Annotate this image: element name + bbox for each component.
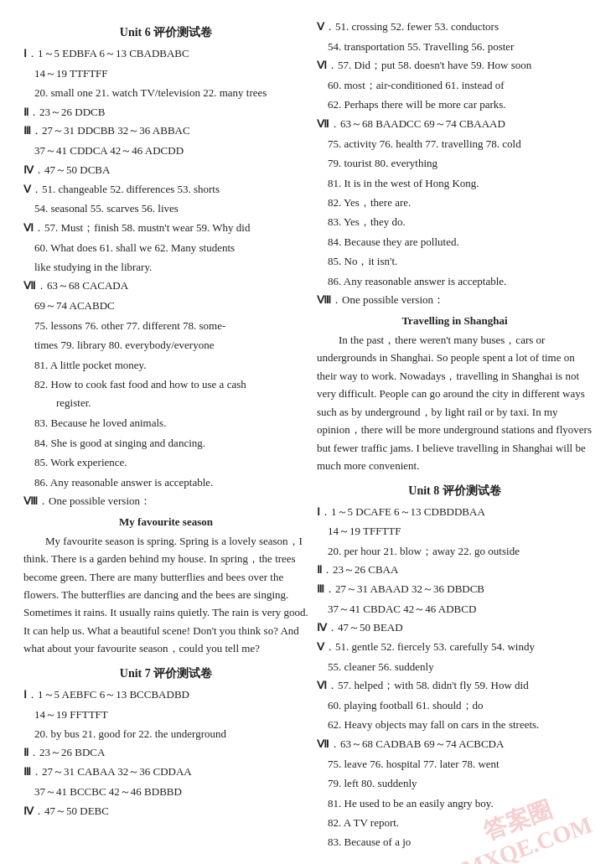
unit6-sec2: Ⅱ．23～26 DDCB (23, 104, 308, 122)
unit6-sec3-l2: 37～41 CDDCA 42～46 ADCDD (23, 142, 308, 159)
r-unit7-sec7-l2: 75. activity 76. health 77. travelling 7… (317, 135, 593, 153)
unit8-sec3-l1: Ⅲ．27～31 ABAAD 32～36 DBDCB (317, 581, 593, 598)
unit6-sec6-l2: 60. What does 61. shall we 62. Many stud… (23, 239, 308, 256)
r-unit7-sec7-l9: 86. Any reasonable answer is acceptable. (317, 272, 593, 290)
unit8-sec4: Ⅳ．47～50 BEAD (317, 619, 593, 637)
unit6-sec7-l3: 75. lessons 76. other 77. different 78. … (23, 317, 308, 334)
r-unit7-sec7-l4: 81. It is in the west of Hong Kong. (317, 174, 593, 192)
r-unit7-sec7-l6: 83. Yes，they do. (317, 213, 593, 230)
unit8-sec5-l2: 55. cleaner 56. suddenly (317, 658, 593, 675)
unit6-sec4: Ⅳ．47～50 DCBA (23, 162, 308, 179)
r-unit7-sec6-l3: 62. Perhaps there will be more car parks… (317, 96, 593, 113)
unit8-sec1-l1: Ⅰ．1～5 DCAFE 6～13 CDBDDBAA (317, 504, 593, 521)
unit6-sec1-l2: 14～19 TTFTFF (23, 65, 308, 82)
unit6-sec7-l1: Ⅶ．63～68 CACADA (23, 277, 308, 295)
unit7-sec1-l1: Ⅰ．1～5 AEBFC 6～13 BCCBADBD (23, 686, 308, 704)
r-unit7-sec8: Ⅷ．One possible version： (317, 292, 593, 309)
unit6-title: Unit 6 评价测试卷 (23, 25, 308, 40)
unit7-sec3-l2: 37～41 BCCBC 42～46 BDBBD (23, 783, 308, 800)
unit8-sec3-l2: 37～41 CBDAC 42～46 ADBCD (317, 600, 593, 618)
unit6-sec7-l5: 81. A little pocket money. (23, 356, 308, 374)
unit8-sec7-l4: 81. He used to be an easily angry boy. (317, 794, 593, 812)
unit8-sec1-l2: 14～19 TFFTTF (317, 522, 593, 540)
unit8-sec1-l3: 20. per hour 21. blow；away 22. go outsid… (317, 542, 593, 560)
unit6-sec7-l9: 84. She is good at singing and dancing. (23, 434, 308, 452)
unit6-sec8: Ⅷ．One possible version： (23, 493, 308, 510)
left-column: Unit 6 评价测试卷 Ⅰ．1～5 EDBFA 6～13 CBADBABC 1… (23, 17, 308, 853)
unit6-sec7-l6: 82. How to cook fast food and how to use… (23, 375, 308, 393)
unit6-sec5-l1: Ⅴ．51. changeable 52. differences 53. sho… (23, 181, 308, 199)
unit6-sec6-l1: Ⅵ．57. Must；finish 58. mustn't wear 59. W… (23, 220, 308, 237)
unit6-sec7-l10: 85. Work experience. (23, 453, 308, 471)
unit6-sec7-l2: 69～74 ACABDC (23, 297, 308, 314)
r-unit7-sec5-l1: Ⅴ．51. crossing 52. fewer 53. conductors (317, 18, 593, 36)
r-unit7-sec7-l7: 84. Because they are polluted. (317, 233, 593, 251)
unit7-title: Unit 7 评价测试卷 (23, 666, 308, 681)
r-unit7-sec5-l2: 54. transportation 55. Travelling 56. po… (317, 38, 593, 55)
unit8-sec7-l1: Ⅶ．63～68 CADBAB 69～74 ACBCDA (317, 736, 593, 753)
unit7-sec3-l1: Ⅲ．27～31 CABAA 32～36 CDDAA (23, 763, 308, 781)
r-unit7-essay-title: Travelling in Shanghai (317, 314, 593, 328)
unit8-sec7-l2: 75. leave 76. hospital 77. later 78. wen… (317, 755, 593, 773)
unit8-sec7-l5: 82. A TV report. (317, 814, 593, 831)
unit6-sec7-l8: 83. Because he loved animals. (23, 414, 308, 432)
unit6-sec7-l11: 86. Any reasonable answer is acceptable. (23, 473, 308, 491)
unit6-sec1-l1: ．1～5 EDBFA 6～13 CBADBABC (27, 47, 189, 59)
unit7-sec1-l2: 14～19 FFTTFT (23, 706, 308, 723)
unit6-sec1-l3: 20. small one 21. watch TV/television 22… (23, 84, 308, 101)
r-unit7-sec6-l2: 60. most；air-conditioned 61. instead of (317, 76, 593, 94)
unit7-sec1-l3: 20. by bus 21. good for 22. the undergro… (23, 725, 308, 742)
unit8-title: Unit 8 评价测试卷 (317, 484, 593, 499)
r-unit7-sec7-l8: 85. No，it isn't. (317, 252, 593, 270)
page: Unit 6 评价测试卷 Ⅰ．1～5 EDBFA 6～13 CBADBABC 1… (0, 0, 616, 864)
unit6-sec7-l4: times 79. library 80. everybody/everyone (23, 336, 308, 354)
unit6-sec3-l1: Ⅲ．27～31 DDCBB 32～36 ABBAC (23, 122, 308, 140)
unit8-sec6-l3: 62. Heavy objects may fall on cars in th… (317, 716, 593, 733)
unit6-sec5-l2: 54. seasonal 55. scarves 56. lives (23, 199, 308, 217)
unit8-sec7-l3: 79. left 80. suddenly (317, 774, 593, 792)
right-column: Ⅴ．51. crossing 52. fewer 53. conductors … (317, 17, 593, 853)
unit6-sec1-label: Ⅰ．1～5 EDBFA 6～13 CBADBABC (23, 45, 308, 63)
r-unit7-sec7-l5: 82. Yes，there are. (317, 194, 593, 211)
unit8-sec5-l1: Ⅴ．51. gentle 52. fiercely 53. carefully … (317, 639, 593, 656)
unit7-sec2: Ⅱ．23～26 BDCA (23, 744, 308, 762)
r-unit7-sec7-l3: 79. tourist 80. everything (317, 154, 593, 172)
unit6-essay-title: My favourite season (23, 515, 308, 529)
r-unit7-sec6-l1: Ⅵ．57. Did；put 58. doesn't have 59. How s… (317, 57, 593, 75)
unit8-sec6-l1: Ⅵ．57. helped；with 58. didn't fly 59. How… (317, 677, 593, 695)
unit6-sec7-l7: register. (23, 395, 308, 412)
unit7-sec4: Ⅳ．47～50 DEBC (23, 803, 308, 820)
unit8-sec6-l2: 60. playing football 61. should；do (317, 696, 593, 714)
r-unit7-sec7-l1: Ⅶ．63～68 BAADCC 69～74 CBAAAD (317, 116, 593, 133)
unit6-sec6-l3: like studying in the library. (23, 258, 308, 276)
unit8-sec7-l6: 83. Because of a jo (317, 833, 593, 851)
unit8-sec2: Ⅱ．23～26 CBAA (317, 561, 593, 579)
unit6-essay: My favourite season is spring. Spring is… (23, 532, 308, 658)
r-unit7-essay: In the past，there weren't many buses，car… (317, 331, 593, 475)
